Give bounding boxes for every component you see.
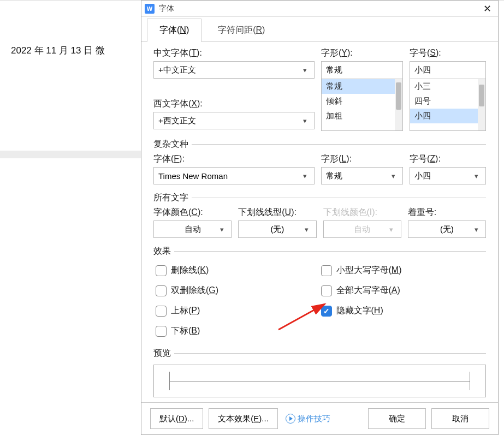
- font-style-list[interactable]: 常规 倾斜 加粗: [321, 79, 403, 131]
- chevron-down-icon: ▾: [302, 225, 312, 234]
- default-button[interactable]: 默认(D)...: [150, 408, 203, 429]
- ok-button[interactable]: 确定: [368, 408, 426, 429]
- check-subscript[interactable]: 下标(B): [156, 322, 321, 340]
- checkbox-icon[interactable]: [321, 285, 332, 296]
- complex-font-combo[interactable]: Times New Roman ▾: [153, 167, 315, 184]
- complex-size-combo[interactable]: 小四 ▾: [410, 167, 486, 184]
- list-item[interactable]: 常规: [322, 79, 395, 94]
- tab-spacing[interactable]: 字符间距(R): [206, 19, 277, 41]
- underline-label: 下划线线型(U):: [238, 207, 316, 218]
- emphasis-label: 着重号:: [408, 207, 486, 218]
- cn-font-value: +中文正文: [158, 65, 196, 75]
- font-color-value: 自动: [185, 224, 201, 235]
- complex-style-value: 常规: [326, 171, 342, 181]
- scroll-thumb[interactable]: [396, 82, 401, 110]
- latin-font-combo[interactable]: +西文正文 ▾: [153, 112, 315, 129]
- cancel-button[interactable]: 取消: [431, 408, 489, 429]
- check-dstrike[interactable]: 双删除线(G): [156, 282, 321, 300]
- font-size-label: 字号(S):: [410, 47, 486, 59]
- close-icon[interactable]: ✕: [476, 1, 498, 17]
- effects-section-label: 效果: [153, 246, 171, 257]
- scrollbar[interactable]: [478, 79, 485, 130]
- complex-size-value: 小四: [414, 171, 431, 181]
- list-item[interactable]: 小四: [410, 109, 478, 123]
- scrollbar[interactable]: [395, 79, 402, 130]
- list-item[interactable]: 小三: [410, 79, 478, 94]
- font-color-combo[interactable]: 自动 ▾: [153, 221, 232, 238]
- chevron-down-icon: ▾: [471, 172, 481, 180]
- tips-label: 操作技巧: [298, 414, 330, 424]
- chevron-down-icon: ▾: [388, 172, 398, 180]
- tab-font[interactable]: 字体(N): [147, 19, 201, 42]
- effects-grid: 删除线(K) 小型大写字母(M) 双删除线(G) 全部大写字母(A) 上标(P)…: [156, 261, 486, 340]
- dialog-title: 字体: [159, 4, 174, 14]
- preview-section-header: 预览: [153, 348, 486, 359]
- underline-value: (无): [270, 224, 284, 235]
- preview-box: [153, 365, 486, 397]
- list-item[interactable]: 倾斜: [322, 94, 395, 109]
- checkbox-icon[interactable]: [156, 285, 167, 296]
- check-superscript[interactable]: 上标(P): [156, 302, 321, 320]
- preview-section-label: 预览: [153, 348, 171, 359]
- complex-style-label: 字形(L):: [321, 153, 403, 165]
- font-size-input[interactable]: 小四: [410, 61, 486, 79]
- page-boundary-mark: [0, 151, 142, 158]
- list-item[interactable]: 四号: [410, 94, 478, 109]
- complex-font-label: 字体(F):: [153, 153, 315, 165]
- dialog-body: 中文字体(T): +中文正文 ▾ 西文字体(X): +西文正文 ▾ 字形(Y):…: [141, 42, 498, 402]
- app-icon: W: [145, 4, 155, 14]
- text-effects-button[interactable]: 文本效果(E)...: [209, 408, 278, 429]
- checkbox-icon[interactable]: [321, 306, 332, 317]
- chevron-down-icon: ▾: [387, 225, 396, 234]
- chevron-down-icon: ▾: [300, 172, 310, 180]
- tips-link[interactable]: 操作技巧: [286, 414, 330, 424]
- complex-style-combo[interactable]: 常规 ▾: [321, 167, 403, 184]
- checkbox-icon[interactable]: [156, 326, 167, 337]
- tab-font-label: 字体(N): [159, 25, 189, 34]
- complex-section-label: 复杂文种: [153, 139, 188, 150]
- latin-font-value: +西文正文: [158, 116, 196, 126]
- font-style-value: 常规: [326, 65, 342, 75]
- cancel-label: 取消: [452, 414, 469, 424]
- complex-font-value: Times New Roman: [158, 171, 228, 181]
- check-allcaps[interactable]: 全部大写字母(A): [321, 282, 487, 300]
- checkbox-icon[interactable]: [156, 265, 167, 276]
- chevron-down-icon: ▾: [300, 117, 310, 125]
- font-style-label: 字形(Y):: [321, 47, 403, 59]
- check-strike[interactable]: 删除线(K): [156, 261, 321, 279]
- all-text-section-label: 所有文字: [153, 192, 188, 204]
- complex-section-header: 复杂文种: [153, 139, 486, 150]
- underline-color-value: 自动: [354, 224, 370, 235]
- underline-color-label: 下划线颜色(I):: [323, 207, 401, 218]
- tab-spacing-label: 字符间距(R): [218, 25, 265, 34]
- dialog-footer: 默认(D)... 文本效果(E)... 操作技巧 确定 取消: [141, 402, 498, 434]
- list-item[interactable]: 加粗: [322, 109, 395, 123]
- chevron-down-icon: ▾: [471, 225, 481, 234]
- titlebar: W 字体 ✕: [141, 1, 498, 17]
- latin-font-label: 西文字体(X):: [153, 98, 315, 110]
- chevron-down-icon: ▾: [217, 225, 227, 234]
- checkbox-icon[interactable]: [156, 306, 167, 317]
- font-dialog: W 字体 ✕ 字体(N) 字符间距(R) 中文字体(T): +中文正文 ▾ 西文…: [141, 0, 499, 435]
- tab-strip: 字体(N) 字符间距(R): [141, 17, 498, 42]
- effects-section-header: 效果: [153, 246, 486, 257]
- checkbox-icon[interactable]: [321, 265, 332, 276]
- document-text: 2022 年 11 月 13 日 微: [11, 44, 105, 57]
- check-hidden[interactable]: 隐藏文字(H): [321, 302, 487, 320]
- emphasis-combo[interactable]: (无) ▾: [408, 221, 486, 238]
- complex-size-label: 字号(Z):: [410, 153, 486, 165]
- ok-label: 确定: [389, 414, 405, 424]
- check-smallcaps[interactable]: 小型大写字母(M): [321, 261, 487, 279]
- underline-combo[interactable]: (无) ▾: [238, 221, 316, 238]
- underline-color-combo: 自动 ▾: [323, 221, 401, 238]
- chevron-down-icon: ▾: [300, 66, 310, 74]
- cn-font-combo[interactable]: +中文正文 ▾: [153, 61, 315, 79]
- scroll-thumb[interactable]: [479, 85, 484, 106]
- all-text-section-header: 所有文字: [153, 192, 486, 204]
- font-color-label: 字体颜色(C):: [153, 207, 232, 218]
- play-icon: [286, 414, 295, 424]
- emphasis-value: (无): [440, 224, 454, 235]
- font-size-value: 小四: [414, 65, 431, 75]
- font-style-input[interactable]: 常规: [321, 61, 403, 79]
- font-size-list[interactable]: 小三 四号 小四: [410, 79, 486, 131]
